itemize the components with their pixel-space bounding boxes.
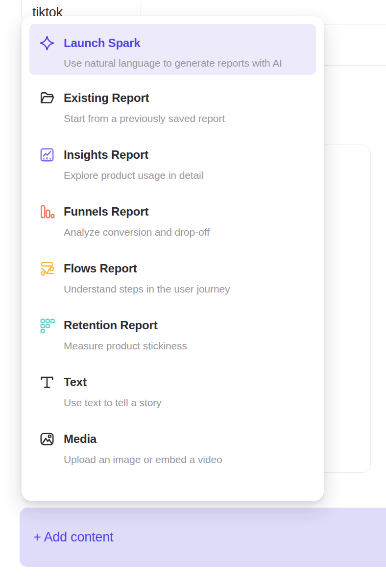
menu-item-label: Funnels Report: [64, 205, 148, 218]
spark-icon: [38, 34, 56, 52]
add-content-menu: Launch Spark Use natural language to gen…: [22, 16, 324, 501]
menu-item-insights-report[interactable]: Insights Report Explore product usage in…: [29, 147, 316, 183]
menu-item-description: Explore product usage in detail: [64, 168, 203, 183]
menu-item-retention-report[interactable]: Retention Report Measure product stickin…: [29, 318, 316, 353]
add-content-button[interactable]: + Add content: [20, 508, 386, 567]
menu-item-label: Existing Report: [64, 91, 149, 104]
menu-item-label: Insights Report: [64, 148, 148, 161]
menu-item-existing-report[interactable]: Existing Report Start from a previously …: [29, 91, 316, 126]
insights-chart-icon: [38, 146, 56, 164]
menu-item-label: Text: [64, 375, 87, 389]
background-card-left-border: [21, 0, 22, 19]
media-image-icon: [38, 430, 56, 448]
menu-item-description: Analyze conversion and drop-off: [64, 225, 210, 240]
add-content-label: + Add content: [33, 530, 113, 545]
retention-grid-icon: [38, 317, 56, 334]
menu-item-label: Flows Report: [64, 262, 137, 275]
menu-item-text[interactable]: Text Use text to tell a story: [29, 375, 316, 410]
menu-item-launch-spark[interactable]: Launch Spark Use natural language to gen…: [29, 24, 316, 75]
menu-item-description: Use natural language to generate reports…: [64, 53, 282, 73]
menu-item-description: Measure product stickiness: [64, 339, 187, 353]
menu-item-description: Start from a previously saved report: [64, 111, 225, 126]
funnels-bars-icon: [38, 203, 56, 220]
menu-item-label: Retention Report: [64, 318, 157, 332]
menu-item-funnels-report[interactable]: Funnels Report Analyze conversion and dr…: [29, 204, 316, 240]
menu-item-media[interactable]: Media Upload an image or embed a video: [29, 432, 316, 467]
menu-item-description: Use text to tell a story: [64, 395, 162, 410]
background-card-right-border: [141, 0, 141, 18]
folder-open-icon: [38, 89, 56, 107]
text-icon: [38, 373, 56, 391]
menu-item-flows-report[interactable]: Flows Report Understand steps in the use…: [29, 261, 316, 296]
menu-item-label: Media: [64, 432, 96, 445]
flows-icon: [38, 260, 56, 277]
menu-item-label: Launch Spark: [64, 36, 140, 49]
menu-item-description: Understand steps in the user journey: [64, 282, 230, 296]
menu-item-description: Upload an image or embed a video: [64, 452, 222, 467]
